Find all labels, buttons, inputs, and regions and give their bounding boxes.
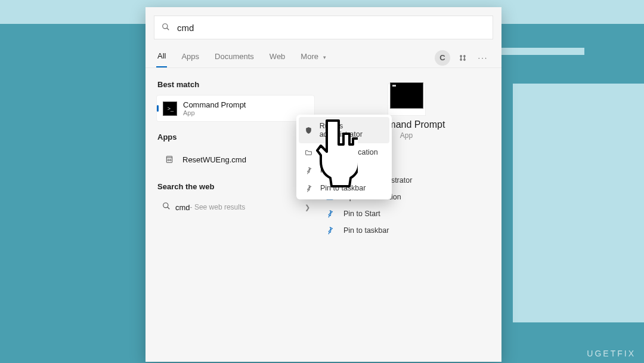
svg-point-0 xyxy=(163,24,168,29)
svg-line-12 xyxy=(168,207,170,210)
user-avatar[interactable]: C xyxy=(435,50,450,66)
svg-point-10 xyxy=(170,159,171,161)
ctx-pin-to-start[interactable]: Pin to Start xyxy=(299,161,389,179)
more-menu-icon[interactable]: ··· xyxy=(475,50,491,66)
detail-column: Command Prompt App Run as administrator … xyxy=(318,68,501,362)
ctx-run-as-admin[interactable]: Run as administrator xyxy=(299,117,389,143)
search-icon xyxy=(162,23,171,32)
options-icon[interactable] xyxy=(455,50,470,66)
folder-icon xyxy=(305,149,317,156)
tab-more[interactable]: More ▾ xyxy=(299,48,327,67)
svg-point-9 xyxy=(168,159,169,161)
ctx-label: Open file location xyxy=(320,148,378,156)
result-title: Command Prompt xyxy=(183,100,246,109)
ctx-label: Pin to Start xyxy=(320,166,357,174)
pin-icon xyxy=(305,167,317,174)
search-input[interactable]: cmd xyxy=(154,16,493,39)
web-suffix: - See web results xyxy=(190,203,246,211)
filter-tabs: All Apps Documents Web More ▾ C ··· xyxy=(145,44,501,68)
tab-documents[interactable]: Documents xyxy=(213,48,255,67)
svg-line-1 xyxy=(167,28,169,30)
results-column: Best match >_ Command Prompt App Apps Re… xyxy=(145,68,318,362)
best-match-result[interactable]: >_ Command Prompt App xyxy=(156,95,315,122)
tab-more-label: More xyxy=(301,52,318,61)
pin-icon xyxy=(326,226,339,235)
chevron-down-icon: ▾ xyxy=(323,54,326,60)
result-subtitle: App xyxy=(183,109,246,116)
command-prompt-icon xyxy=(390,82,423,109)
action-pin-to-start[interactable]: Pin to Start xyxy=(322,205,491,222)
svg-point-4 xyxy=(460,59,462,60)
apps-heading: Apps xyxy=(157,133,318,141)
tab-web[interactable]: Web xyxy=(268,48,287,67)
script-file-icon xyxy=(162,152,177,167)
tab-all[interactable]: All xyxy=(156,48,167,67)
action-pin-to-taskbar[interactable]: Pin to taskbar xyxy=(322,222,491,239)
pin-icon xyxy=(305,184,317,192)
ctx-open-file-location[interactable]: Open file location xyxy=(299,143,389,161)
ctx-pin-to-taskbar[interactable]: Pin to taskbar xyxy=(299,179,389,197)
shield-icon xyxy=(305,127,316,134)
context-menu: Run as administrator Open file location … xyxy=(296,115,392,199)
app-preview-tile xyxy=(388,84,426,116)
pin-icon xyxy=(326,210,339,218)
svg-rect-8 xyxy=(166,156,172,163)
ctx-label: Pin to taskbar xyxy=(320,184,366,192)
command-prompt-icon: >_ xyxy=(163,101,177,116)
svg-point-2 xyxy=(460,55,462,56)
svg-point-3 xyxy=(464,55,465,56)
web-query: cmd xyxy=(175,203,190,212)
best-match-heading: Best match xyxy=(157,80,318,89)
search-icon xyxy=(162,202,175,213)
chevron-right-icon: ❯ xyxy=(305,204,312,211)
result-title: ResetWUEng.cmd xyxy=(182,155,246,164)
web-heading: Search the web xyxy=(157,182,318,191)
web-result[interactable]: cmd - See web results ❯ xyxy=(156,197,318,217)
app-result[interactable]: ResetWUEng.cmd ❯ xyxy=(156,147,315,171)
search-query-text: cmd xyxy=(177,23,194,33)
tab-apps[interactable]: Apps xyxy=(180,48,200,67)
svg-point-11 xyxy=(163,203,168,208)
ctx-label: Run as administrator xyxy=(320,122,383,139)
action-label: Pin to Start xyxy=(343,210,380,218)
svg-point-5 xyxy=(464,59,465,60)
action-label: Pin to taskbar xyxy=(343,226,389,235)
watermark-text: UGETFIX xyxy=(587,349,636,358)
